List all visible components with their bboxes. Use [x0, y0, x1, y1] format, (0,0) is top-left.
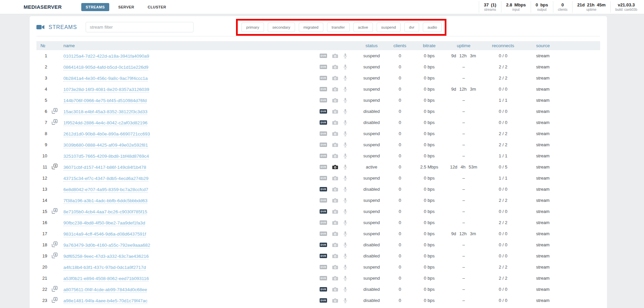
microphone-icon[interactable] — [343, 87, 347, 92]
dvr-badge[interactable]: DVR — [320, 265, 327, 269]
dvr-badge[interactable]: DVR — [320, 209, 327, 214]
microphone-icon[interactable] — [343, 109, 347, 114]
microphone-icon[interactable] — [343, 231, 347, 237]
dvr-badge[interactable]: DVR — [320, 187, 327, 191]
filter-button-primary[interactable]: primary — [241, 23, 264, 32]
tab-cluster[interactable]: CLUSTER — [143, 3, 171, 11]
dvr-badge[interactable]: DVR — [320, 254, 327, 258]
camera-icon[interactable] — [332, 176, 338, 181]
stream-name-link[interactable]: a98e1481-94fa-4aee-b4e5-70d1c79f47ac — [63, 298, 147, 304]
microphone-icon[interactable] — [343, 120, 347, 125]
dvr-badge[interactable]: DVR — [320, 176, 327, 180]
filter-button-audio[interactable]: audio — [423, 23, 442, 32]
camera-icon[interactable] — [332, 265, 338, 270]
microphone-icon[interactable] — [343, 253, 347, 259]
dvr-badge[interactable]: DVR — [320, 143, 327, 147]
camera-icon[interactable] — [332, 187, 338, 192]
stream-name-link[interactable]: 15ac3018-e4bf-45a3-8352-38122f3c3d33 — [63, 109, 147, 115]
stream-name-link[interactable]: 90fbc238-4bd8-4f50-9be2-7aa9def1fa3d — [63, 220, 145, 226]
stream-name-link[interactable]: 8e7105b0-4cb4-4aa7-bc26-c9030f785f15 — [63, 209, 147, 215]
dvr-badge[interactable]: DVR — [320, 154, 327, 158]
dvr-badge[interactable]: DVR — [320, 87, 327, 91]
brand-logo[interactable]: MEDIASERVER — [24, 4, 62, 10]
camera-icon[interactable] — [332, 153, 338, 158]
microphone-icon[interactable] — [343, 187, 347, 192]
filter-button-active[interactable]: active — [353, 23, 373, 32]
camera-icon[interactable] — [332, 53, 338, 58]
microphone-icon[interactable] — [343, 220, 347, 225]
camera-icon[interactable] — [332, 209, 338, 214]
stream-name-link[interactable]: 36071cbf-d157-4417-b86f-149c84f1b478 — [63, 165, 146, 171]
microphone-icon[interactable] — [343, 164, 347, 170]
microphone-icon[interactable] — [343, 98, 347, 103]
stream-name-link[interactable]: 1f9524dd-2886-4e4c-8042-c2af03d82196 — [63, 120, 147, 126]
dvr-badge[interactable]: DVR — [320, 198, 327, 203]
microphone-icon[interactable] — [343, 142, 347, 148]
microphone-icon[interactable] — [343, 75, 347, 81]
stream-name-link[interactable]: 08641418-905d-4afd-b5cd-0c1d11e226d9 — [63, 65, 148, 70]
dvr-badge[interactable]: DVR — [320, 298, 327, 303]
dvr-badge[interactable]: DVR — [320, 76, 327, 80]
stream-name-link[interactable]: 9df65258-9eec-47d3-a332-63c7ae436216 — [63, 254, 149, 259]
camera-icon[interactable] — [332, 142, 338, 147]
microphone-icon[interactable] — [343, 198, 347, 203]
camera-icon[interactable] — [332, 287, 338, 292]
dvr-badge[interactable]: DVR — [320, 243, 327, 247]
microphone-icon[interactable] — [343, 242, 347, 248]
dvr-badge[interactable]: DVR — [320, 276, 327, 280]
filter-button-secondary[interactable]: secondary — [268, 23, 295, 32]
camera-icon[interactable] — [332, 242, 338, 247]
stream-name-link[interactable]: 6e8d8042-e707-4a95-8359-bc7a28ccfcd7 — [63, 187, 148, 193]
filter-button-migrated[interactable]: migrated — [299, 23, 323, 32]
stream-name-link[interactable]: 2612d1d0-90b8-4b0e-890a-6690721cc693 — [63, 131, 150, 137]
stream-name-link[interactable]: 144b706f-0966-4e75-bf45-d510984d76fd — [63, 98, 147, 104]
camera-icon[interactable] — [332, 231, 338, 236]
camera-icon[interactable] — [332, 109, 338, 114]
microphone-icon[interactable] — [343, 53, 347, 59]
microphone-icon[interactable] — [343, 131, 347, 136]
stream-name-link[interactable]: 7f38a196-a3b1-4adc-bbfb-6ddc5bbbdd63 — [63, 198, 147, 204]
tab-streams[interactable]: STREAMS — [81, 3, 109, 11]
stream-name-link[interactable]: 3039b680-0888-4425-af09-49e02e592f81 — [63, 143, 148, 148]
microphone-icon[interactable] — [343, 265, 347, 270]
microphone-icon[interactable] — [343, 153, 347, 159]
camera-icon[interactable] — [332, 75, 338, 81]
camera-icon[interactable] — [332, 120, 338, 125]
stream-name-link[interactable]: a8075611-0f4f-4cde-ab99-78434d0c68ee — [63, 287, 147, 293]
microphone-icon[interactable] — [343, 176, 347, 181]
camera-icon[interactable] — [332, 131, 338, 136]
camera-icon[interactable] — [332, 253, 338, 258]
dvr-badge[interactable]: DVR — [320, 220, 327, 225]
stream-name-link[interactable]: 1073e28d-16f3-4081-8e20-8357a3126039 — [63, 87, 149, 93]
tab-server[interactable]: SERVER — [114, 3, 139, 11]
dvr-badge[interactable]: DVR — [320, 287, 327, 291]
filter-button-suspend[interactable]: suspend — [377, 23, 401, 32]
dvr-badge[interactable]: DVR — [320, 65, 327, 69]
camera-icon[interactable] — [332, 87, 338, 92]
dvr-badge[interactable]: DVR — [320, 165, 327, 169]
dvr-badge[interactable]: DVR — [320, 98, 327, 102]
dvr-badge[interactable]: DVR — [320, 131, 327, 136]
stream-name-link[interactable]: a4fc18b4-b3f1-437c-97bd-0dc1a9f2717d — [63, 265, 146, 271]
camera-icon[interactable] — [332, 64, 338, 69]
filter-button-transfer[interactable]: transfer — [327, 23, 350, 32]
camera-icon[interactable] — [332, 298, 338, 303]
camera-icon[interactable] — [332, 164, 338, 170]
microphone-icon[interactable] — [343, 64, 347, 70]
camera-icon[interactable] — [332, 98, 338, 103]
microphone-icon[interactable] — [343, 298, 347, 303]
stream-name-link[interactable]: 9a763479-3d0b-4160-a55c-792ee9aaa682 — [63, 243, 150, 248]
microphone-icon[interactable] — [343, 209, 347, 214]
dvr-badge[interactable]: DVR — [320, 120, 327, 125]
dvr-badge[interactable]: DVR — [320, 232, 327, 236]
camera-icon[interactable] — [332, 198, 338, 203]
stream-name-link[interactable]: 9831c4a9-4cff-4546-9d6a-d08d6437591f — [63, 232, 146, 237]
dvr-badge[interactable]: DVR — [320, 54, 327, 58]
camera-icon[interactable] — [332, 220, 338, 225]
stream-name-link[interactable]: 325107d5-7665-4209-8bd8-1bf48d8769c4 — [63, 154, 149, 159]
stream-filter-input[interactable] — [86, 22, 194, 32]
microphone-icon[interactable] — [343, 276, 347, 281]
dvr-badge[interactable]: DVR — [320, 109, 327, 114]
microphone-icon[interactable] — [343, 287, 347, 292]
stream-name-link[interactable]: 010125a4-7d22-422d-a18a-3941fa4090a9 — [63, 54, 149, 59]
